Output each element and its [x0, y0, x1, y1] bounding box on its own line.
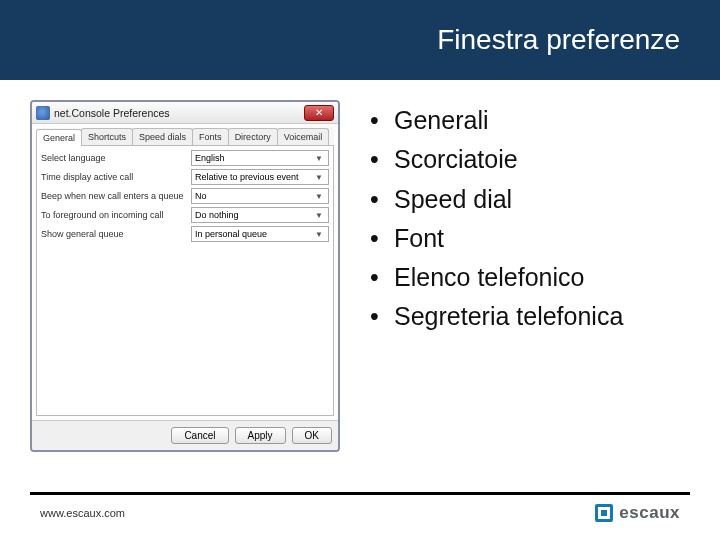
apply-button[interactable]: Apply: [235, 427, 286, 444]
row-language: Select language English▼: [41, 150, 329, 166]
tab-voicemail[interactable]: Voicemail: [277, 128, 330, 145]
list-item: Speed dial: [370, 184, 623, 215]
brand-logo-icon: [595, 504, 613, 522]
chevron-down-icon: ▼: [313, 154, 325, 163]
dialog-body: General Shortcuts Speed dials Fonts Dire…: [32, 124, 338, 420]
select-time-display[interactable]: Relative to previous event▼: [191, 169, 329, 185]
list-item: Segreteria telefonica: [370, 301, 623, 332]
chevron-down-icon: ▼: [313, 230, 325, 239]
ok-button[interactable]: OK: [292, 427, 332, 444]
app-icon: [36, 106, 50, 120]
list-item: Scorciatoie: [370, 144, 623, 175]
row-beep: Beep when new call enters a queue No▼: [41, 188, 329, 204]
list-item: Generali: [370, 105, 623, 136]
label-beep: Beep when new call enters a queue: [41, 191, 191, 201]
close-icon[interactable]: ✕: [304, 105, 334, 121]
chevron-down-icon: ▼: [313, 192, 325, 201]
cancel-button[interactable]: Cancel: [171, 427, 228, 444]
row-time-display: Time display active call Relative to pre…: [41, 169, 329, 185]
chevron-down-icon: ▼: [313, 211, 325, 220]
preferences-dialog: net.Console Preferences ✕ General Shortc…: [30, 100, 340, 452]
tabs: General Shortcuts Speed dials Fonts Dire…: [36, 128, 334, 146]
brand-name: escaux: [619, 503, 680, 523]
label-time-display: Time display active call: [41, 172, 191, 182]
row-show-queue: Show general queue In personal queue▼: [41, 226, 329, 242]
brand: escaux: [595, 503, 680, 523]
dialog-titlebar[interactable]: net.Console Preferences ✕: [32, 102, 338, 124]
label-foreground: To foreground on incoming call: [41, 210, 191, 220]
row-foreground: To foreground on incoming call Do nothin…: [41, 207, 329, 223]
label-show-queue: Show general queue: [41, 229, 191, 239]
tab-directory[interactable]: Directory: [228, 128, 278, 145]
slide-title: Finestra preferenze: [437, 24, 680, 56]
chevron-down-icon: ▼: [313, 173, 325, 182]
slide-footer: www.escaux.com escaux: [0, 495, 720, 523]
tab-fonts[interactable]: Fonts: [192, 128, 229, 145]
select-show-queue[interactable]: In personal queue▼: [191, 226, 329, 242]
footer-url: www.escaux.com: [40, 507, 125, 519]
tab-general[interactable]: General: [36, 129, 82, 146]
bullet-list: Generali Scorciatoie Speed dial Font Ele…: [370, 100, 623, 452]
slide-content: net.Console Preferences ✕ General Shortc…: [0, 80, 720, 452]
list-item: Elenco telefonico: [370, 262, 623, 293]
tab-speed-dials[interactable]: Speed dials: [132, 128, 193, 145]
select-beep[interactable]: No▼: [191, 188, 329, 204]
dialog-footer: Cancel Apply OK: [32, 420, 338, 450]
dialog-title: net.Console Preferences: [54, 107, 304, 119]
select-foreground[interactable]: Do nothing▼: [191, 207, 329, 223]
label-language: Select language: [41, 153, 191, 163]
slide-header: Finestra preferenze: [0, 0, 720, 80]
select-language[interactable]: English▼: [191, 150, 329, 166]
form-panel: Select language English▼ Time display ac…: [36, 146, 334, 416]
tab-shortcuts[interactable]: Shortcuts: [81, 128, 133, 145]
list-item: Font: [370, 223, 623, 254]
